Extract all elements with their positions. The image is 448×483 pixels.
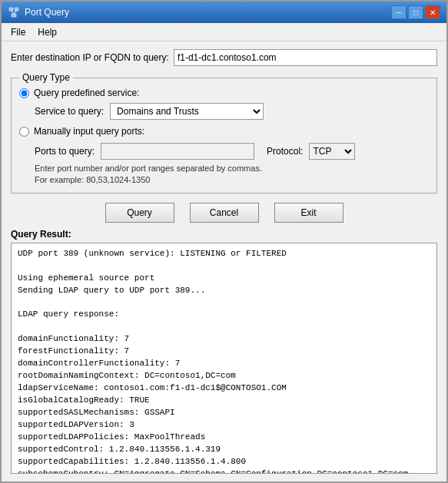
svg-line-4	[14, 11, 17, 14]
menu-file[interactable]: File	[5, 25, 32, 39]
cancel-button[interactable]: Cancel	[190, 203, 259, 223]
service-select[interactable]: Domains and Trusts	[110, 103, 264, 120]
ports-row: Ports to query: Protocol: TCP UDP	[35, 143, 429, 160]
manual-radio[interactable]	[19, 127, 29, 137]
title-text: Port Query	[25, 7, 69, 18]
predefined-radio-row: Query predefined service:	[19, 88, 429, 98]
protocol-label: Protocol:	[267, 146, 303, 157]
app-window: Port Query ─ □ ✕ File Help Enter destina…	[0, 0, 448, 483]
query-button[interactable]: Query	[105, 203, 174, 223]
main-content: Enter destination IP or FQDN to query: Q…	[2, 41, 446, 481]
service-label: Service to query:	[35, 106, 104, 117]
ports-label: Ports to query:	[35, 146, 95, 157]
predefined-radio-label[interactable]: Query predefined service:	[34, 88, 139, 98]
hint-line1: Enter port number and/or port ranges sep…	[35, 164, 262, 173]
svg-line-3	[12, 11, 15, 14]
result-section: Query Result: UDP port 389 (unknown serv…	[11, 229, 437, 474]
hint-line2: For example: 80,53,1024-1350	[35, 175, 150, 184]
manual-radio-row: Manually input query ports:	[19, 126, 429, 137]
dest-input[interactable]	[174, 49, 437, 66]
button-row: Query Cancel Exit	[11, 203, 437, 223]
minimize-button[interactable]: ─	[391, 5, 407, 19]
query-type-legend: Query Type	[19, 72, 73, 83]
dest-label: Enter destination IP or FQDN to query:	[11, 52, 169, 63]
exit-button[interactable]: Exit	[274, 203, 343, 223]
service-row: Service to query: Domains and Trusts	[35, 103, 429, 120]
menu-bar: File Help	[2, 23, 446, 41]
destination-row: Enter destination IP or FQDN to query:	[11, 49, 437, 66]
title-bar: Port Query ─ □ ✕	[2, 2, 446, 23]
title-controls: ─ □ ✕	[391, 5, 440, 19]
hint-text: Enter port number and/or port ranges sep…	[35, 163, 429, 187]
manual-radio-label[interactable]: Manually input query ports:	[34, 126, 144, 137]
app-icon	[8, 6, 20, 18]
result-label: Query Result:	[11, 229, 437, 240]
ports-input[interactable]	[101, 143, 254, 160]
maximize-button[interactable]: □	[408, 5, 423, 19]
query-type-group: Query Type Query predefined service: Ser…	[11, 72, 437, 194]
protocol-select[interactable]: TCP UDP	[309, 143, 355, 160]
title-bar-left: Port Query	[8, 6, 69, 18]
predefined-radio[interactable]	[19, 88, 29, 98]
result-box[interactable]: UDP port 389 (unknown service): LISTENIN…	[11, 243, 437, 474]
svg-rect-0	[9, 8, 13, 11]
svg-rect-1	[15, 8, 18, 11]
menu-help[interactable]: Help	[32, 25, 63, 39]
svg-rect-2	[12, 14, 16, 17]
close-button[interactable]: ✕	[425, 5, 440, 19]
